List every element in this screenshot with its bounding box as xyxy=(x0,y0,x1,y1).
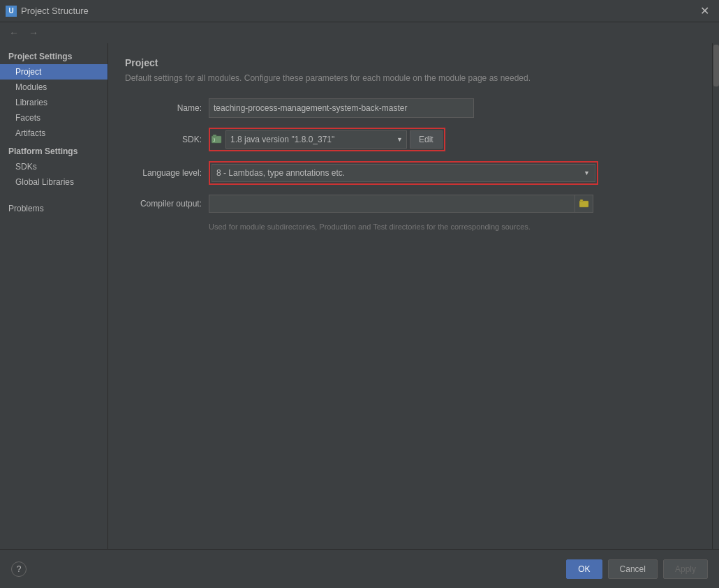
back-button[interactable]: ← xyxy=(6,26,22,40)
language-level-select[interactable]: 8 - Lambdas, type annotations etc. 7 - D… xyxy=(212,164,595,182)
sidebar-item-modules[interactable]: Modules xyxy=(0,80,108,95)
titlebar: U Project Structure ✕ xyxy=(0,0,719,22)
project-settings-label: Project Settings xyxy=(0,46,108,64)
sdk-edit-button[interactable]: Edit xyxy=(410,130,443,149)
sidebar-item-sdks[interactable]: SDKs xyxy=(0,159,108,174)
sdk-select-wrapper[interactable]: 1.8 java version "1.8.0_371" xyxy=(225,130,407,149)
cancel-button[interactable]: Cancel xyxy=(608,559,658,579)
bottom-left: ? xyxy=(11,561,27,577)
main-layout: Project Settings Project Modules Librari… xyxy=(0,43,719,549)
sdk-row: SDK: J 1.8 java version "1.8.0_371" xyxy=(125,128,702,151)
compiler-output-input[interactable] xyxy=(209,195,575,213)
titlebar-title: Project Structure xyxy=(21,6,89,16)
folder-icon xyxy=(579,199,589,208)
sidebar-item-libraries[interactable]: Libraries xyxy=(0,95,108,110)
content-description: Default settings for all modules. Config… xyxy=(125,73,702,84)
sdk-inner: J 1.8 java version "1.8.0_371" xyxy=(212,130,407,149)
compiler-output-label: Compiler output: xyxy=(125,199,209,209)
compiler-output-row: Compiler output: xyxy=(125,195,702,213)
forward-button[interactable]: → xyxy=(25,26,42,40)
sidebar-item-global-libraries[interactable]: Global Libraries xyxy=(0,174,108,190)
language-level-label: Language level: xyxy=(125,168,209,178)
sdk-container: J 1.8 java version "1.8.0_371" Edit xyxy=(209,128,445,151)
language-level-container: 8 - Lambdas, type annotations etc. 7 - D… xyxy=(209,161,598,185)
bottom-bar: ? OK Cancel Apply xyxy=(0,549,719,588)
help-button[interactable]: ? xyxy=(11,561,27,577)
apply-button[interactable]: Apply xyxy=(663,559,708,579)
content-area: Project Default settings for all modules… xyxy=(108,43,719,549)
name-row: Name: xyxy=(125,98,702,118)
compiler-output-folder-button[interactable] xyxy=(575,195,593,213)
bottom-right: OK Cancel Apply xyxy=(566,559,708,579)
svg-text:J: J xyxy=(213,137,216,142)
java-sdk-icon: J xyxy=(212,135,223,144)
compiler-hint: Used for module subdirectories, Producti… xyxy=(209,223,702,231)
language-level-select-wrapper[interactable]: 8 - Lambdas, type annotations etc. 7 - D… xyxy=(212,164,595,182)
svg-rect-4 xyxy=(580,199,583,202)
sdk-select[interactable]: 1.8 java version "1.8.0_371" xyxy=(225,130,407,149)
sidebar: Project Settings Project Modules Librari… xyxy=(0,43,108,549)
scrollbar-thumb xyxy=(713,45,719,86)
name-label: Name: xyxy=(125,103,209,113)
sidebar-item-artifacts[interactable]: Artifacts xyxy=(0,126,108,141)
app-icon: U xyxy=(6,6,17,17)
svg-rect-3 xyxy=(579,201,588,207)
svg-rect-1 xyxy=(213,135,216,137)
sidebar-item-facets[interactable]: Facets xyxy=(0,110,108,126)
compiler-output-wrapper xyxy=(209,195,593,213)
language-level-row: Language level: 8 - Lambdas, type annota… xyxy=(125,161,702,185)
titlebar-left: U Project Structure xyxy=(6,6,89,17)
ok-button[interactable]: OK xyxy=(566,559,602,579)
problems-label[interactable]: Problems xyxy=(0,198,108,216)
sdk-label: SDK: xyxy=(125,135,209,144)
content-title: Project xyxy=(125,57,702,68)
sidebar-item-project[interactable]: Project xyxy=(0,64,108,80)
navbar: ← → xyxy=(0,22,719,43)
platform-settings-label: Platform Settings xyxy=(0,141,108,159)
project-name-input[interactable] xyxy=(209,98,474,118)
close-button[interactable]: ✕ xyxy=(696,3,713,19)
scrollbar-track[interactable] xyxy=(712,43,719,549)
